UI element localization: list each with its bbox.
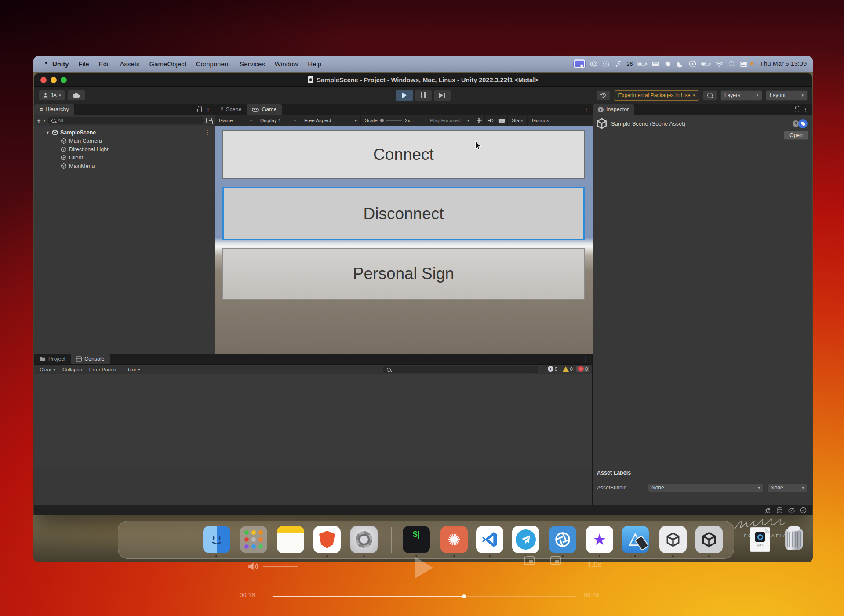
progress-bar[interactable] [273, 596, 576, 597]
experimental-packages-dropdown[interactable]: Experimental Packages In Use ▾ [614, 90, 699, 101]
overlap-circles-icon[interactable] [589, 60, 598, 68]
finder-icon[interactable] [203, 526, 230, 553]
cache-server-icon[interactable] [776, 507, 783, 514]
minimize-window-button[interactable] [51, 77, 57, 83]
assetbundle-dropdown[interactable]: None▾ [648, 483, 764, 492]
battery-icon[interactable] [637, 60, 648, 68]
cloud-disconnected-icon[interactable] [788, 507, 795, 514]
kebab-menu-icon[interactable]: ⋮ [204, 129, 215, 136]
menu-file[interactable]: File [74, 60, 94, 68]
console-search-input[interactable] [393, 367, 535, 372]
info-count-toggle[interactable]: ! 0 [546, 366, 559, 372]
game-target-dropdown[interactable]: Game▾ [215, 115, 256, 126]
pip-icon[interactable] [524, 556, 535, 565]
scene-picker-icon[interactable] [206, 118, 212, 123]
unity-hub-icon[interactable] [659, 526, 687, 553]
clear-button[interactable]: Clear▾ [36, 365, 59, 374]
tab-project[interactable]: Project [34, 354, 71, 364]
tab-hierarchy[interactable]: ≡ Hierarchy [34, 104, 74, 115]
progress-handle[interactable] [462, 594, 466, 598]
spotlight-icon[interactable] [728, 60, 736, 68]
stats-toggle[interactable]: Stats [508, 115, 528, 126]
focus-moon-icon[interactable] [676, 60, 684, 68]
tree-item[interactable]: MainMenu [34, 162, 215, 170]
display-dropdown[interactable]: Display 1▾ [256, 115, 300, 126]
control-center-icon[interactable] [740, 60, 748, 68]
menu-services[interactable]: Services [235, 60, 270, 68]
screenshot-icon[interactable] [602, 60, 610, 68]
tab-scene[interactable]: # Scene [215, 104, 247, 115]
chevron-down-icon[interactable]: ▾ [44, 118, 46, 123]
error-count-toggle[interactable]: ! 0 [576, 366, 589, 372]
slider-handle[interactable] [380, 119, 384, 122]
screen-recording-icon[interactable] [573, 59, 586, 68]
shutter-app-icon[interactable] [549, 526, 576, 553]
account-button[interactable]: JA ▾ [39, 90, 65, 101]
zoom-window-button[interactable] [61, 77, 67, 83]
volume-slider[interactable] [263, 566, 298, 567]
imovie-icon[interactable]: ★ [586, 526, 613, 553]
playback-speed[interactable]: 1.0x [587, 561, 601, 569]
search-button[interactable] [703, 90, 717, 101]
menu-window[interactable]: Window [270, 60, 303, 68]
kebab-menu-icon[interactable]: ⋮ [803, 106, 808, 113]
mute-audio-icon[interactable] [485, 115, 496, 126]
launchpad-icon[interactable] [240, 526, 267, 553]
vscode-icon[interactable] [476, 526, 503, 553]
menu-help[interactable]: Help [303, 60, 326, 68]
player-volume-control[interactable] [247, 561, 298, 572]
close-window-button[interactable] [40, 77, 47, 83]
brave-icon[interactable] [313, 526, 341, 553]
tree-item[interactable]: Client [34, 153, 215, 162]
trash-icon[interactable] [780, 526, 808, 553]
status-check-icon[interactable] [800, 507, 807, 514]
menu-assets[interactable]: Assets [115, 60, 145, 68]
debugger-disabled-icon[interactable] [764, 507, 771, 514]
telegram-icon[interactable] [512, 526, 539, 553]
tree-item-scene[interactable]: ▼ SampleScene ⋮ [34, 128, 215, 137]
lock-icon[interactable] [795, 109, 799, 112]
play-button[interactable] [396, 90, 413, 101]
squiggle-icon[interactable] [614, 60, 622, 68]
label-tag-button[interactable] [798, 119, 808, 128]
pause-button[interactable] [415, 90, 432, 101]
vsync-icon[interactable] [473, 115, 485, 126]
mp4-file-icon[interactable]: MP4 [746, 526, 774, 553]
editor-dropdown[interactable]: Editor▾ [120, 365, 144, 374]
console-log-area[interactable] [34, 374, 592, 505]
play-circle-icon[interactable] [688, 60, 697, 68]
open-button[interactable]: Open [784, 131, 808, 140]
slider-track[interactable] [386, 120, 402, 121]
terminal-icon[interactable]: $| [403, 526, 430, 553]
layers-dropdown[interactable]: Layers ▾ [720, 90, 762, 101]
play-focused-dropdown[interactable]: Play Focused▾ [426, 115, 473, 126]
kebab-menu-icon[interactable]: ⋮ [583, 356, 589, 362]
scale-slider[interactable]: Scale 2x [361, 115, 426, 126]
hierarchy-search-input[interactable] [58, 118, 200, 123]
battery-charging-icon[interactable] [701, 60, 711, 68]
personal-sign-button[interactable]: Personal Sign [222, 248, 585, 300]
connect-button[interactable]: Connect [222, 130, 585, 179]
tab-inspector[interactable]: i Inspector [593, 104, 634, 115]
add-gameobject-button[interactable]: + [37, 117, 41, 124]
error-pause-toggle[interactable]: Error Pause [86, 365, 120, 374]
warning-count-toggle[interactable]: 0 [561, 366, 575, 372]
cloud-services-button[interactable] [68, 90, 85, 101]
tab-game[interactable]: Game [247, 104, 282, 115]
menu-gameobject[interactable]: GameObject [145, 60, 191, 68]
tab-console[interactable]: Console [71, 354, 110, 364]
dev-tools-app-icon[interactable] [622, 526, 649, 553]
tree-item[interactable]: Main Camera [34, 137, 215, 145]
kebab-menu-icon[interactable]: ⋮ [583, 106, 589, 113]
menu-clock[interactable]: Thu Mar 6 13:09 [760, 60, 807, 67]
gizmos-dropdown[interactable]: Gizmos [528, 115, 551, 126]
player-play-icon[interactable] [415, 557, 433, 578]
fullscreen-icon[interactable] [550, 556, 561, 565]
assetbundle-variant-dropdown[interactable]: None▾ [767, 483, 808, 492]
menu-component[interactable]: Component [191, 60, 235, 68]
aspect-dropdown[interactable]: Free Aspect▾ [300, 115, 361, 126]
tree-item[interactable]: Directional Light [34, 145, 215, 153]
hierarchy-search-field[interactable] [48, 117, 204, 124]
disconnect-button[interactable]: Disconnect [222, 187, 585, 240]
undo-history-button[interactable] [596, 90, 610, 101]
